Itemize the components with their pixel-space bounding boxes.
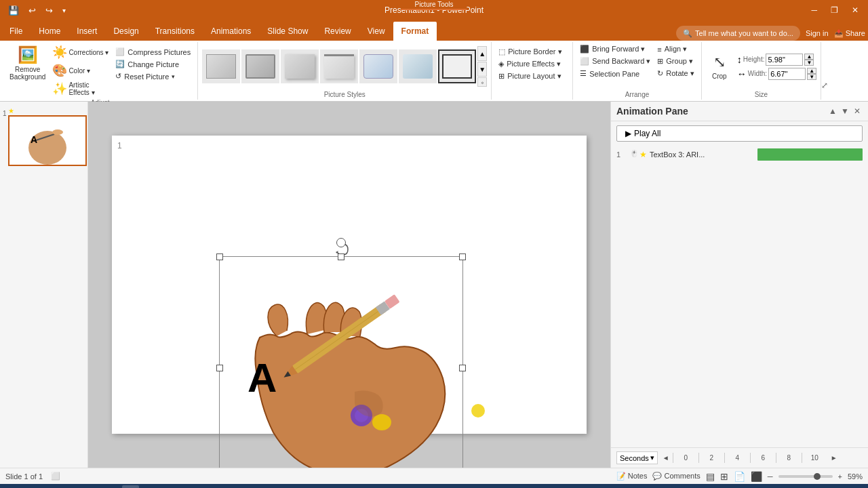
timeline-marks: 0 2 4 6 8 10 <box>673 453 827 463</box>
timeline-bar: Seconds ▾ ◄ 0 2 4 6 8 10 ► <box>611 447 868 468</box>
taskbar: ⊞ 🔍 ❑ 🌐 📁 P 🌐 📁 🔊 📶 7:49 AM <box>0 484 868 488</box>
tab-insert[interactable]: Insert <box>68 22 105 41</box>
share-button[interactable]: 📤 Share <box>834 29 865 38</box>
taskbar-chrome[interactable]: 🌐 <box>142 485 166 488</box>
minimize-button[interactable]: ─ <box>807 4 821 16</box>
anim-pane-close-button[interactable]: ✕ <box>852 106 863 117</box>
undo-button[interactable]: ↩ <box>26 4 39 17</box>
picture-styles-gallery <box>202 49 476 83</box>
compress-pictures-button[interactable]: ⬜ Compress Pictures <box>113 46 193 58</box>
picture-border-button[interactable]: ⬚ Picture Border ▾ <box>496 46 568 58</box>
task-view-button[interactable]: ❑ <box>46 485 65 488</box>
tab-transitions[interactable]: Transitions <box>147 22 203 41</box>
slide-canvas[interactable]: 1 <box>112 136 587 434</box>
pic-style-1[interactable] <box>202 49 240 83</box>
send-backward-label: Send Backward ▾ <box>592 57 650 66</box>
taskbar-explorer[interactable]: 📁 <box>95 485 119 488</box>
width-input[interactable] <box>768 68 806 80</box>
anim-pane-down-button[interactable]: ▼ <box>840 106 850 117</box>
picture-layout-button[interactable]: ⊞ Picture Layout ▾ <box>496 70 568 82</box>
play-all-button[interactable]: ▶ Play All <box>616 125 863 142</box>
rotate-icon: ↻ <box>657 69 663 78</box>
tab-file[interactable]: File <box>1 22 31 41</box>
tab-view[interactable]: View <box>359 22 393 41</box>
tab-review[interactable]: Review <box>316 22 359 41</box>
outline-view-button[interactable]: ⊞ <box>720 471 728 482</box>
color-button[interactable]: 🎨 Color ▾ <box>50 62 111 79</box>
height-up-button[interactable]: ▲ <box>804 54 814 60</box>
pic-style-6[interactable] <box>399 49 437 83</box>
play-icon: ▶ <box>625 129 631 138</box>
align-icon: ≡ <box>657 45 661 54</box>
slideshow-button[interactable]: ⬛ <box>751 471 762 482</box>
start-button[interactable]: ⊞ <box>3 485 22 488</box>
send-backward-button[interactable]: ⬜ Send Backward ▾ <box>577 56 653 67</box>
close-button[interactable]: ✕ <box>848 4 863 16</box>
zoom-out-button[interactable]: ─ <box>768 472 773 481</box>
gallery-down-button[interactable]: ▼ <box>477 62 487 77</box>
picture-styles-content: ▲ ▼ ⬦ <box>202 43 487 89</box>
comments-button[interactable]: 💬 Comments <box>652 472 700 481</box>
artistic-effects-button[interactable]: ✨ ArtisticEffects ▾ <box>50 80 111 98</box>
remove-bg-icon: 🖼️ <box>18 45 38 64</box>
height-down-button[interactable]: ▼ <box>804 60 814 66</box>
taskbar-ie[interactable]: 🌐 <box>68 485 92 488</box>
width-icon: ↔ <box>737 68 747 79</box>
selection-pane-button[interactable]: ☰ Selection Pane <box>577 68 653 79</box>
anim-timeline-bar[interactable] <box>757 148 863 161</box>
width-down-button[interactable]: ▼ <box>807 74 816 80</box>
align-button[interactable]: ≡ Align ▾ <box>654 43 696 55</box>
gallery-more-button[interactable]: ⬦ <box>477 77 487 87</box>
save-button[interactable]: 💾 <box>5 4 22 17</box>
remove-background-button[interactable]: 🖼️ RemoveBackground <box>7 43 48 83</box>
zoom-slider[interactable] <box>778 475 833 478</box>
height-input[interactable] <box>766 54 803 66</box>
timeline-next-button[interactable]: ► <box>829 453 840 464</box>
search-button[interactable]: 🔍 <box>24 485 43 488</box>
hand-pencil-image: A <box>219 256 463 468</box>
reset-picture-button[interactable]: ↺ Reset Picture ▾ <box>113 70 193 82</box>
sign-in-button[interactable]: Sign in <box>806 29 829 37</box>
slide-thumb-image: A <box>10 117 85 165</box>
compress-label: Compress Pictures <box>127 48 191 56</box>
rotate-button[interactable]: ↻ Rotate ▾ <box>654 68 696 79</box>
pic-style-2[interactable] <box>241 49 279 83</box>
tab-format[interactable]: Format <box>393 22 437 41</box>
anim-pane-up-button[interactable]: ▲ <box>827 106 838 117</box>
width-up-button[interactable]: ▲ <box>807 68 816 74</box>
width-label: Width: <box>748 70 767 77</box>
crop-button[interactable]: ⤡ Crop <box>706 52 733 82</box>
reading-view-button[interactable]: 📄 <box>734 471 745 482</box>
tab-design[interactable]: Design <box>105 22 146 41</box>
gallery-up-button[interactable]: ▲ <box>477 46 487 61</box>
change-picture-button[interactable]: 🔄 Change Picture <box>113 58 193 70</box>
taskbar-powerpoint[interactable]: P <box>122 485 139 488</box>
notes-button[interactable]: 📝 Notes <box>616 472 648 481</box>
gallery-scroll-buttons: ▲ ▼ ⬦ <box>477 46 487 87</box>
pic-style-3[interactable] <box>281 49 319 83</box>
tab-home[interactable]: Home <box>31 22 68 41</box>
corrections-button[interactable]: ☀️ Corrections ▾ <box>50 43 111 61</box>
tab-animations[interactable]: Animations <box>203 22 259 41</box>
zoom-thumb[interactable] <box>814 473 821 480</box>
pic-style-5[interactable] <box>359 49 397 83</box>
group-button[interactable]: ⊞ Group ▾ <box>654 56 696 67</box>
tell-me-input[interactable]: 🔍 Tell me what you want to do... <box>676 26 800 41</box>
picture-tools-label: Picture Tools <box>401 0 467 10</box>
tab-slide-show[interactable]: Slide Show <box>259 22 316 41</box>
bring-forward-button[interactable]: ⬛ Bring Forward ▾ <box>577 43 653 55</box>
redo-button[interactable]: ↪ <box>43 4 56 17</box>
seconds-dropdown[interactable]: Seconds ▾ <box>616 451 658 464</box>
restore-button[interactable]: ❐ <box>827 4 842 16</box>
layout-button[interactable]: ⬜ <box>51 472 60 481</box>
customize-qat-button[interactable]: ▾ <box>60 5 68 16</box>
picture-effects-button[interactable]: ◈ Picture Effects ▾ <box>496 58 568 70</box>
pic-style-4[interactable] <box>320 49 358 83</box>
pic-style-7-selected[interactable] <box>438 49 476 83</box>
normal-view-button[interactable]: ▤ <box>706 471 715 482</box>
timeline-prev-button[interactable]: ◄ <box>660 453 671 464</box>
zoom-in-button[interactable]: + <box>838 472 842 481</box>
size-dialog-launcher[interactable]: ⤢ <box>821 42 832 100</box>
slide-thumbnail-1[interactable]: A <box>8 115 87 166</box>
taskbar-files[interactable]: 📁 <box>169 485 193 488</box>
